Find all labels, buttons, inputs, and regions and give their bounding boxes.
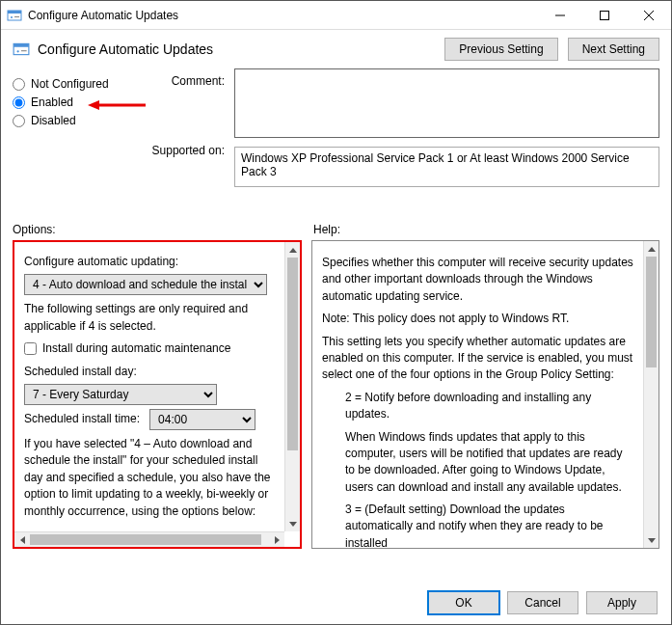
required-note: The following settings are only required… bbox=[24, 301, 275, 335]
disabled-label: Disabled bbox=[31, 114, 76, 127]
supported-on-text: Windows XP Professional Service Pack 1 o… bbox=[234, 147, 659, 187]
titlebar: Configure Automatic Updates bbox=[1, 1, 671, 30]
close-button[interactable] bbox=[627, 1, 671, 30]
scroll-thumb[interactable] bbox=[30, 534, 261, 545]
svg-marker-13 bbox=[88, 100, 99, 110]
options-horizontal-scrollbar[interactable] bbox=[14, 531, 284, 547]
scroll-down-button[interactable] bbox=[644, 532, 659, 548]
svg-point-10 bbox=[17, 50, 19, 52]
app-icon bbox=[7, 8, 22, 23]
policy-title: Configure Automatic Updates bbox=[38, 41, 444, 57]
configure-updating-label: Configure automatic updating: bbox=[24, 254, 275, 270]
svg-rect-9 bbox=[13, 43, 29, 46]
svg-rect-11 bbox=[21, 50, 27, 51]
enabled-label: Enabled bbox=[31, 95, 73, 109]
help-vertical-scrollbar[interactable] bbox=[643, 241, 659, 548]
not-configured-radio[interactable] bbox=[13, 78, 25, 91]
help-paragraph: 2 = Notify before downloading and instal… bbox=[322, 390, 633, 423]
policy-icon bbox=[13, 41, 30, 58]
disabled-radio[interactable] bbox=[13, 115, 25, 127]
scroll-up-button[interactable] bbox=[644, 241, 659, 257]
install-day-label: Scheduled install day: bbox=[24, 364, 275, 380]
maximize-button[interactable] bbox=[582, 1, 627, 30]
svg-rect-5 bbox=[601, 11, 609, 19]
options-panel: Configure automatic updating: 4 - Auto d… bbox=[13, 240, 302, 549]
help-paragraph: Specifies whether this computer will rec… bbox=[322, 255, 633, 305]
svg-point-2 bbox=[11, 16, 13, 18]
help-paragraph: Note: This policy does not apply to Wind… bbox=[322, 311, 633, 327]
next-setting-button[interactable]: Next Setting bbox=[568, 38, 659, 61]
scroll-thumb[interactable] bbox=[287, 258, 298, 450]
annotation-arrow-icon bbox=[88, 99, 146, 111]
help-panel: Specifies whether this computer will rec… bbox=[311, 240, 659, 549]
policy-header: Configure Automatic Updates Previous Set… bbox=[1, 30, 671, 68]
supported-label: Supported on: bbox=[148, 144, 225, 157]
help-paragraph: When Windows finds updates that apply to… bbox=[322, 429, 633, 497]
install-maintenance-label: Install during automatic maintenance bbox=[42, 340, 230, 357]
comment-label: Comment: bbox=[148, 74, 225, 88]
install-time-select[interactable]: 04:00 bbox=[149, 409, 255, 430]
svg-rect-3 bbox=[14, 16, 19, 17]
scroll-left-button[interactable] bbox=[14, 532, 30, 548]
configure-updating-select[interactable]: 4 - Auto download and schedule the insta… bbox=[24, 274, 267, 295]
scroll-right-button[interactable] bbox=[269, 532, 284, 548]
not-configured-label: Not Configured bbox=[31, 77, 109, 91]
enabled-radio[interactable] bbox=[13, 96, 25, 109]
window-title: Configure Automatic Updates bbox=[28, 9, 538, 22]
install-time-label: Scheduled install time: bbox=[24, 411, 140, 427]
scroll-up-button[interactable] bbox=[285, 242, 301, 258]
help-paragraph: 3 = (Default setting) Download the updat… bbox=[322, 502, 633, 548]
scroll-thumb[interactable] bbox=[646, 257, 657, 367]
options-vertical-scrollbar[interactable] bbox=[284, 242, 300, 531]
comment-input[interactable] bbox=[234, 68, 659, 138]
svg-rect-1 bbox=[8, 11, 21, 14]
help-paragraph: This setting lets you specify whether au… bbox=[322, 334, 633, 384]
install-maintenance-checkbox[interactable] bbox=[24, 342, 37, 355]
install-day-select[interactable]: 7 - Every Saturday bbox=[24, 384, 217, 405]
schedule-note: If you have selected "4 – Auto download … bbox=[24, 436, 275, 520]
scroll-down-button[interactable] bbox=[285, 516, 301, 531]
minimize-button[interactable] bbox=[538, 1, 582, 30]
options-section-label: Options: bbox=[13, 223, 313, 236]
ok-button[interactable]: OK bbox=[428, 591, 499, 614]
help-section-label: Help: bbox=[313, 223, 659, 236]
cancel-button[interactable]: Cancel bbox=[507, 591, 578, 614]
previous-setting-button[interactable]: Previous Setting bbox=[444, 38, 557, 61]
apply-button[interactable]: Apply bbox=[586, 591, 658, 614]
